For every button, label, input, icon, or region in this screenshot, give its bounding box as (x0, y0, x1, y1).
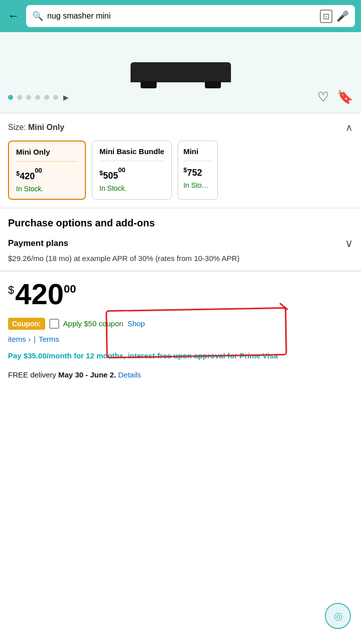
dot-1[interactable] (8, 95, 13, 100)
coupon-items-link[interactable]: items › (8, 335, 31, 343)
floating-action-button[interactable]: ◎ (325, 603, 351, 629)
coupon-apply-text[interactable]: Apply $50 coupon (63, 319, 124, 328)
payment-plans-label: Payment plans (8, 238, 68, 248)
search-input[interactable] (47, 12, 316, 21)
header: ← 🔍 ⊡ 🎤 (0, 0, 361, 32)
delivery-prefix: FREE delivery (8, 370, 58, 379)
camera-icon[interactable]: ⊡ (320, 10, 332, 23)
purchase-options-title: Purchase options and add-ons (8, 217, 353, 229)
dot-6[interactable] (53, 95, 58, 100)
delivery-text: FREE delivery May 30 - June 2. Details (8, 369, 353, 381)
product-image-area: ▶ ♡ 🔖 (0, 32, 361, 113)
size-label-row: Size: Mini Only (8, 123, 64, 132)
size-collapse-icon[interactable]: ∧ (345, 121, 353, 134)
price-cents: 00 (64, 283, 76, 296)
dot-4[interactable] (35, 95, 40, 100)
bookmark-icon[interactable]: 🔖 (337, 89, 353, 105)
search-bar[interactable]: 🔍 ⊡ 🎤 (26, 5, 355, 27)
size-card-name-mini-basic-bundle: Mini Basic Bundle (99, 147, 164, 161)
size-card-price-mini-partial: $752 (183, 166, 212, 178)
product-image (115, 37, 246, 82)
coupon-checkbox[interactable] (49, 319, 59, 329)
payment-plans-detail: $29.26/mo (18 mo) at example APR of 30% … (8, 253, 353, 264)
payment-plans-row: Payment plans ∨ (8, 237, 353, 250)
image-controls: ▶ ♡ 🔖 (0, 89, 361, 105)
size-card-price-mini-basic-bundle: $50500 (99, 166, 164, 181)
search-icon: 🔍 (32, 11, 43, 22)
dot-3[interactable] (26, 95, 31, 100)
play-icon[interactable]: ▶ (63, 93, 69, 101)
coupon-separator: | (34, 335, 36, 343)
size-card-stock-mini-basic-bundle: In Stock. (99, 184, 164, 192)
payment-plans-expand-icon[interactable]: ∨ (345, 237, 353, 250)
price-section: $ 420 00 Coupon: Apply $50 coupon Shop i… (0, 271, 361, 387)
size-section: Size: Mini Only ∧ Mini Only $42000 In St… (0, 113, 361, 208)
size-options: Mini Only $42000 In Stock. Mini Basic Bu… (8, 141, 353, 200)
purchase-options-section: Purchase options and add-ons Payment pla… (0, 208, 361, 271)
size-card-mini-only[interactable]: Mini Only $42000 In Stock. (8, 141, 86, 200)
price-currency-symbol: $ (8, 284, 14, 297)
size-card-stock-mini-partial: In Sto… (183, 181, 212, 189)
coupon-shop-link[interactable]: Shop (128, 319, 145, 328)
price-whole: 420 (15, 280, 64, 309)
size-selected-value-text: Mini Only (28, 123, 64, 132)
size-card-name-mini-partial: Mini (183, 147, 212, 161)
coupon-badge: Coupon: (8, 318, 45, 330)
action-icons: ♡ 🔖 (317, 89, 353, 105)
size-card-mini-partial[interactable]: Mini $752 In Sto… (178, 141, 218, 200)
product-shape (131, 62, 231, 82)
dot-5[interactable] (44, 95, 49, 100)
size-header: Size: Mini Only ∧ (8, 121, 353, 134)
mic-icon[interactable]: 🎤 (336, 10, 349, 22)
dot-2[interactable] (17, 95, 22, 100)
back-button[interactable]: ← (6, 8, 21, 25)
prime-visa-text: Pay $35.00/month for 12 months, interest… (8, 350, 353, 362)
size-card-price-mini-only: $42000 (16, 167, 78, 182)
delivery-details-link[interactable]: Details (118, 370, 141, 379)
delivery-dates: May 30 - June 2. (58, 370, 116, 379)
dot-indicators: ▶ (8, 93, 69, 101)
heart-icon[interactable]: ♡ (317, 89, 329, 105)
main-price: $ 420 00 (8, 280, 353, 309)
coupon-row: Coupon: Apply $50 coupon Shop items › | … (8, 318, 353, 343)
coupon-line2: items › | Terms (8, 335, 353, 343)
size-label: Size: (8, 123, 26, 132)
size-card-mini-basic-bundle[interactable]: Mini Basic Bundle $50500 In Stock. (92, 141, 172, 200)
size-card-stock-mini-only: In Stock. (16, 185, 78, 193)
size-card-name-mini-only: Mini Only (16, 148, 78, 162)
floating-btn-icon: ◎ (334, 610, 342, 622)
coupon-terms-link[interactable]: Terms (39, 335, 59, 343)
